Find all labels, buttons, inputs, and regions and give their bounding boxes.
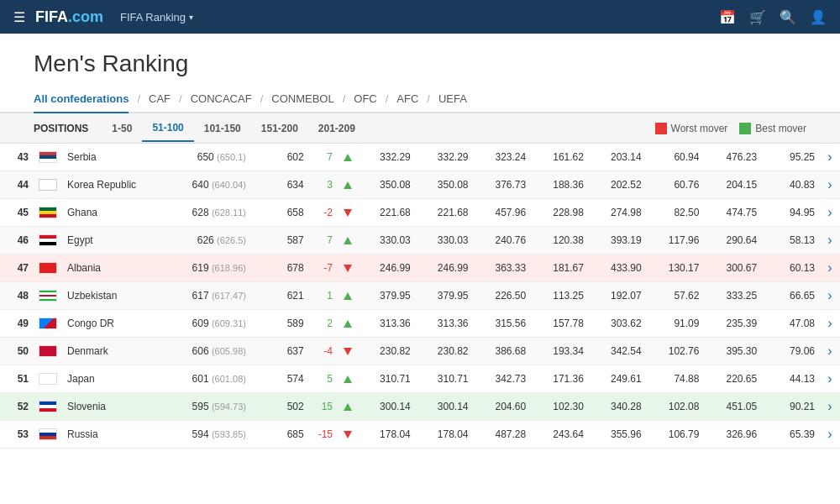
direction — [338, 144, 358, 171]
country-flag — [39, 318, 57, 329]
tab-151-200[interactable]: 151-200 — [251, 116, 308, 141]
direction — [338, 199, 358, 227]
expand-button[interactable]: › — [827, 399, 832, 413]
tab-afc[interactable]: AFC — [396, 86, 418, 112]
col8: 58.13 — [762, 227, 820, 255]
menu-icon[interactable]: ☰ — [13, 9, 25, 25]
change: -15 — [309, 421, 338, 449]
table-row: 51 Japan 601 (601.08) 574 5 310.71 310.7… — [0, 365, 840, 393]
user-icon[interactable]: 👤 — [810, 9, 827, 25]
col8: 40.83 — [762, 171, 820, 199]
expand-button[interactable]: › — [827, 427, 832, 441]
arrow-down-icon — [344, 209, 352, 217]
col1: 310.71 — [358, 365, 416, 393]
expand-button[interactable]: › — [827, 371, 832, 386]
tab-51-100[interactable]: 51-100 — [142, 115, 193, 142]
country-name[interactable]: Slovenia — [62, 393, 177, 421]
rank: 53 — [0, 421, 34, 449]
flag — [34, 199, 62, 227]
prev-points: 637 — [251, 338, 309, 365]
country-name[interactable]: Korea Republic — [62, 171, 177, 199]
country-name[interactable]: Congo DR — [62, 310, 177, 338]
expand-button[interactable]: › — [827, 344, 832, 358]
points: 619 (618.96) — [177, 255, 250, 282]
col5: 203.14 — [589, 144, 647, 171]
flag — [34, 144, 62, 171]
points: 609 (609.31) — [177, 310, 250, 338]
cart-icon[interactable]: 🛒 — [749, 9, 766, 25]
change: -2 — [309, 199, 338, 227]
nav-item[interactable]: FIFA Ranking ▾ — [120, 11, 193, 24]
rank: 44 — [0, 171, 34, 199]
country-name[interactable]: Japan — [62, 365, 177, 393]
table-row: 46 Egypt 626 (626.5) 587 7 330.03 330.03… — [0, 227, 840, 255]
col7: 451.05 — [704, 393, 762, 421]
flag — [34, 171, 62, 199]
logo: FIFA.com — [35, 8, 103, 26]
change: 2 — [309, 310, 338, 338]
col7: 333.25 — [704, 282, 762, 310]
country-name[interactable]: Russia — [62, 421, 177, 449]
col7: 220.65 — [704, 365, 762, 393]
country-name[interactable]: Serbia — [62, 144, 177, 171]
arrow-down-icon — [344, 431, 352, 438]
calendar-icon[interactable]: 📅 — [719, 9, 736, 25]
expand-button[interactable]: › — [827, 260, 832, 275]
expand-col: › — [820, 144, 840, 171]
prev-points: 502 — [251, 393, 309, 421]
expand-button[interactable]: › — [827, 205, 832, 219]
col5: 303.62 — [589, 310, 647, 338]
col8: 60.13 — [762, 255, 820, 282]
country-name[interactable]: Egypt — [62, 227, 177, 255]
header-icons: 📅 🛒 🔍 👤 — [719, 9, 827, 25]
expand-button[interactable]: › — [827, 150, 832, 164]
expand-button[interactable]: › — [827, 316, 832, 330]
country-name[interactable]: Ghana — [62, 199, 177, 227]
rank: 50 — [0, 338, 34, 365]
table-row: 49 Congo DR 609 (609.31) 589 2 313.36 31… — [0, 310, 840, 338]
country-name[interactable]: Uzbekistan — [62, 282, 177, 310]
table-row: 52 Slovenia 595 (594.73) 502 15 300.14 3… — [0, 393, 840, 421]
points: 594 (593.85) — [177, 421, 250, 449]
expand-button[interactable]: › — [827, 177, 832, 192]
rank: 43 — [0, 144, 34, 171]
col5: 274.98 — [589, 199, 647, 227]
col3: 240.76 — [473, 227, 531, 255]
expand-col: › — [820, 310, 840, 338]
country-name[interactable]: Denmark — [62, 338, 177, 365]
tab-concacaf[interactable]: CONCACAF — [191, 86, 252, 112]
tab-101-150[interactable]: 101-150 — [194, 116, 251, 141]
country-flag — [39, 290, 57, 302]
country-flag — [39, 207, 57, 218]
col2: 178.04 — [416, 421, 474, 449]
search-icon[interactable]: 🔍 — [780, 9, 796, 25]
col8: 65.39 — [762, 421, 820, 449]
separator: / — [334, 92, 354, 105]
col1: 246.99 — [358, 255, 416, 282]
tab-1-50[interactable]: 1-50 — [102, 116, 142, 141]
tab-uefa[interactable]: UEFA — [438, 86, 467, 112]
expand-button[interactable]: › — [827, 233, 832, 247]
col4: 120.38 — [531, 227, 589, 255]
tab-all-confederations[interactable]: All confederations — [34, 86, 129, 113]
table-row: 43 Serbia 650 (650.1) 602 7 332.29 332.2… — [0, 144, 840, 171]
country-flag — [39, 262, 57, 274]
table-row: 44 Korea Republic 640 (640.04) 634 3 350… — [0, 171, 840, 199]
col3: 226.50 — [473, 282, 531, 310]
col5: 433.90 — [589, 255, 647, 282]
tab-caf[interactable]: CAF — [149, 86, 171, 112]
position-tabs-row: POSITIONS 1-50 51-100 101-150 151-200 20… — [0, 113, 840, 144]
expand-button[interactable]: › — [827, 288, 832, 302]
tab-conmebol[interactable]: CONMEBOL — [271, 86, 333, 112]
country-name[interactable]: Albania — [62, 255, 177, 282]
points: 595 (594.73) — [177, 393, 250, 421]
col2: 310.71 — [416, 365, 474, 393]
rank: 49 — [0, 310, 34, 338]
tab-201-209[interactable]: 201-209 — [308, 116, 365, 141]
tab-ofc[interactable]: OFC — [354, 86, 376, 112]
rank: 48 — [0, 282, 34, 310]
rank: 46 — [0, 227, 34, 255]
rank: 52 — [0, 393, 34, 421]
expand-col: › — [820, 199, 840, 227]
col7: 290.64 — [704, 227, 762, 255]
